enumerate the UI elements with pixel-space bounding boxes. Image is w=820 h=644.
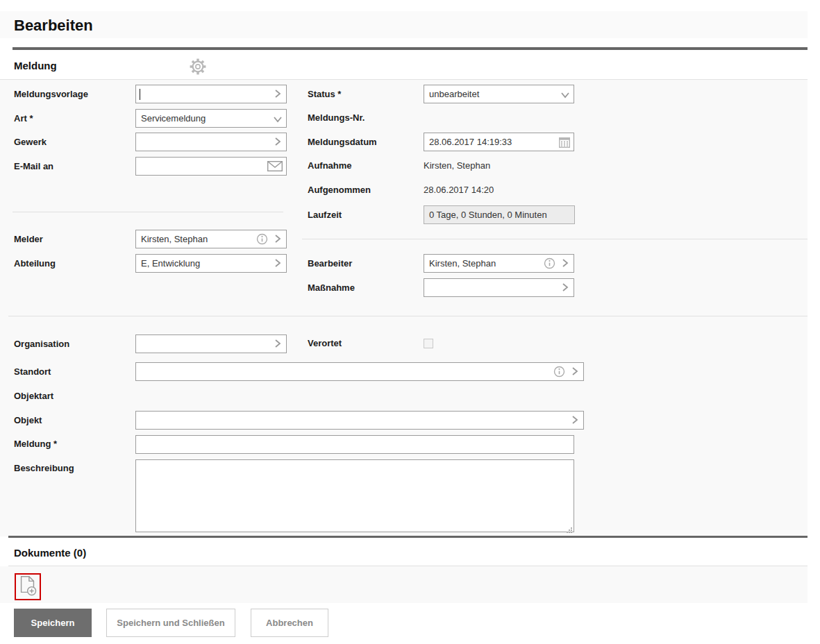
organisation-input[interactable] bbox=[136, 335, 286, 353]
laufzeit-value: 0 Tage, 0 Stunden, 0 Minuten bbox=[429, 210, 547, 220]
label-abteilung: Abteilung bbox=[14, 258, 56, 269]
label-aufnahme: Aufnahme bbox=[308, 160, 352, 171]
objekt-input[interactable] bbox=[136, 412, 583, 429]
abteilung-input[interactable] bbox=[136, 255, 286, 272]
objekt-field[interactable] bbox=[135, 411, 584, 430]
chevron-right-icon[interactable] bbox=[560, 282, 571, 293]
label-objektart: Objektart bbox=[14, 391, 53, 401]
bearbeiter-field[interactable] bbox=[424, 254, 574, 273]
section-title-dokumente: Dokumente (0) bbox=[14, 547, 86, 559]
label-art: Art * bbox=[14, 113, 33, 124]
label-organisation: Organisation bbox=[14, 339, 69, 349]
label-beschreibung: Beschreibung bbox=[14, 463, 74, 473]
chevron-down-icon[interactable] bbox=[272, 114, 283, 125]
chevron-right-icon[interactable] bbox=[272, 136, 283, 147]
beschreibung-textarea[interactable] bbox=[135, 459, 574, 532]
label-laufzeit: Laufzeit bbox=[308, 210, 342, 220]
left-group-divider bbox=[12, 212, 283, 212]
label-email-an: E-Mail an bbox=[14, 161, 53, 171]
verortet-checkbox[interactable] bbox=[424, 339, 433, 348]
melder-field[interactable] bbox=[135, 230, 287, 248]
dokumente-toolbar bbox=[0, 566, 808, 603]
organisation-field[interactable] bbox=[135, 334, 287, 353]
art-selected-value: Servicemeldung bbox=[141, 113, 206, 124]
abteilung-field[interactable] bbox=[135, 254, 287, 273]
chevron-right-icon[interactable] bbox=[272, 257, 283, 269]
art-select[interactable]: Servicemeldung bbox=[135, 109, 287, 128]
chevron-right-icon[interactable] bbox=[272, 338, 283, 349]
chevron-right-icon[interactable] bbox=[272, 88, 283, 99]
label-gewerk: Gewerk bbox=[14, 137, 47, 147]
text-cursor bbox=[140, 89, 140, 100]
chevron-down-icon[interactable] bbox=[560, 90, 571, 101]
info-icon[interactable] bbox=[256, 233, 268, 245]
standort-field[interactable] bbox=[135, 362, 584, 381]
meldung-input[interactable] bbox=[136, 436, 574, 453]
meldungsvorlage-input[interactable] bbox=[136, 85, 286, 103]
gewerk-input[interactable] bbox=[136, 133, 286, 151]
label-objekt: Objekt bbox=[14, 415, 42, 425]
gear-icon[interactable] bbox=[188, 57, 208, 76]
email-an-field[interactable] bbox=[135, 157, 287, 176]
right-group-divider bbox=[302, 239, 808, 239]
dokumente-divider bbox=[8, 536, 808, 538]
chevron-right-icon[interactable] bbox=[569, 366, 580, 377]
gewerk-field[interactable] bbox=[135, 133, 287, 151]
meldungsvorlage-field[interactable] bbox=[135, 85, 287, 103]
massnahme-input[interactable] bbox=[424, 279, 574, 296]
abbrechen-button[interactable]: Abbrechen bbox=[251, 609, 328, 637]
label-status: Status * bbox=[308, 89, 341, 99]
meldungsdatum-input[interactable] bbox=[424, 133, 574, 151]
info-icon[interactable] bbox=[553, 366, 565, 378]
label-verortet: Verortet bbox=[308, 338, 342, 348]
meldung-field[interactable] bbox=[135, 435, 574, 454]
status-select[interactable]: unbearbeitet bbox=[424, 85, 574, 103]
section-title-meldung: Meldung bbox=[14, 60, 57, 71]
add-document-button[interactable] bbox=[15, 573, 41, 600]
meldungsdatum-field[interactable] bbox=[424, 133, 574, 151]
chevron-right-icon[interactable] bbox=[569, 414, 580, 425]
label-standort: Standort bbox=[14, 366, 51, 377]
aufnahme-value: Kirsten, Stephan bbox=[424, 160, 490, 171]
title-divider bbox=[12, 47, 808, 50]
label-meldungsvorlage: Meldungsvorlage bbox=[14, 89, 88, 99]
label-meldung: Meldung * bbox=[14, 439, 57, 449]
standort-input[interactable] bbox=[136, 363, 583, 380]
label-bearbeiter: Bearbeiter bbox=[308, 258, 352, 269]
email-an-input[interactable] bbox=[136, 158, 286, 175]
label-massnahme: Maßnahme bbox=[308, 282, 355, 293]
edit-form-page: Bearbeiten Meldung Meldungsvorlage Art *… bbox=[0, 0, 820, 644]
chevron-right-icon[interactable] bbox=[560, 257, 571, 269]
label-meldungsdatum: Meldungsdatum bbox=[308, 137, 377, 147]
label-melder: Melder bbox=[14, 234, 43, 244]
label-meldungs-nr: Meldungs-Nr. bbox=[308, 112, 365, 123]
label-aufgenommen: Aufgenommen bbox=[308, 185, 371, 195]
info-icon[interactable] bbox=[544, 257, 555, 269]
laufzeit-field: 0 Tage, 0 Stunden, 0 Minuten bbox=[424, 205, 575, 224]
aufgenommen-value: 28.06.2017 14:20 bbox=[424, 185, 494, 195]
section-group-divider bbox=[8, 316, 808, 316]
speichern-und-schliessen-button[interactable]: Speichern und Schließen bbox=[106, 609, 235, 637]
calendar-icon[interactable] bbox=[559, 137, 570, 151]
chevron-right-icon[interactable] bbox=[272, 233, 283, 244]
document-add-icon bbox=[17, 575, 39, 600]
title-band bbox=[0, 11, 808, 38]
massnahme-field[interactable] bbox=[424, 278, 574, 297]
status-selected-value: unbearbeitet bbox=[429, 89, 479, 99]
page-title: Bearbeiten bbox=[14, 17, 93, 35]
speichern-button[interactable]: Speichern bbox=[14, 609, 92, 637]
envelope-icon[interactable] bbox=[267, 161, 283, 174]
